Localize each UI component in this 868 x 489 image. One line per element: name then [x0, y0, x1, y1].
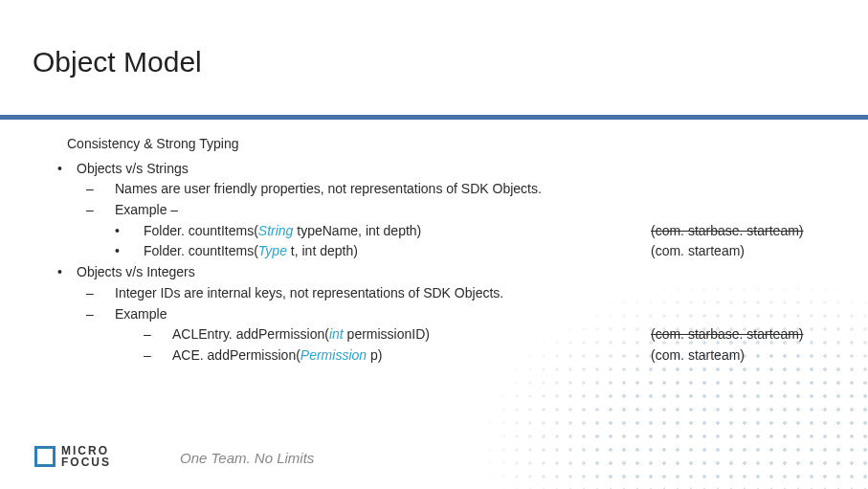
dash-icon: – [86, 304, 115, 325]
section-line: Example – [115, 200, 842, 221]
logo-text: MICRO FOCUS [61, 445, 111, 468]
logo-line2: FOCUS [61, 456, 111, 468]
code-pre: Folder. countItems( [144, 223, 258, 238]
code-keyword: int [329, 326, 344, 342]
code-keyword: String [258, 223, 294, 238]
footer: MICRO FOCUS One Team. No Limits [0, 432, 868, 489]
section-line: Integer IDs are internal keys, not repre… [115, 283, 842, 304]
content-area: Consistency & Strong Typing • Objects v/… [38, 134, 842, 367]
code-package-deprecated: (com. starbase. starteam) [651, 324, 842, 345]
code-pre: ACE. addPermission( [172, 347, 300, 363]
code-package-deprecated: (com. starbase. starteam) [651, 221, 842, 242]
bullet-icon: • [115, 221, 144, 242]
section-line: Names are user friendly properties, not … [115, 179, 842, 200]
code-example: Folder. countItems(String typeName, int … [144, 221, 842, 242]
code-example: ACE. addPermission(Permission p) (com. s… [172, 345, 842, 367]
dash-icon: – [86, 179, 115, 200]
dash-icon: – [86, 200, 115, 221]
code-package: (com. starteam) [651, 241, 842, 262]
code-keyword: Permission [300, 347, 367, 363]
logo-square-icon [34, 446, 56, 467]
code-example: ACLEntry. addPermission(int permissionID… [172, 324, 842, 345]
bullet-icon: • [115, 241, 144, 262]
code-post: typeName, int depth) [293, 223, 421, 238]
code-post: permissionID) [344, 326, 430, 342]
code-post: p) [367, 347, 382, 363]
code-post: t, int depth) [287, 243, 358, 258]
code-keyword: Type [258, 243, 287, 258]
tagline: One Team. No Limits [180, 450, 314, 466]
code-example: Folder. countItems(Type t, int depth) (c… [144, 241, 842, 262]
page-title: Object Model [33, 46, 202, 78]
micro-focus-logo: MICRO FOCUS [34, 445, 111, 468]
code-pre: Folder. countItems( [144, 243, 258, 258]
dash-icon: – [86, 283, 115, 304]
section-heading: Objects v/s Integers [77, 262, 842, 283]
bullet-icon: • [57, 159, 77, 180]
dash-icon: – [144, 345, 172, 367]
dash-icon: – [144, 324, 172, 345]
code-pre: ACLEntry. addPermission( [172, 326, 329, 342]
section-heading: Objects v/s Strings [77, 159, 842, 180]
bullet-icon: • [57, 262, 77, 283]
code-package: (com. starteam) [651, 345, 842, 367]
section-line: Example [115, 304, 842, 325]
title-divider [0, 115, 868, 120]
subtitle: Consistency & Strong Typing [67, 134, 842, 155]
